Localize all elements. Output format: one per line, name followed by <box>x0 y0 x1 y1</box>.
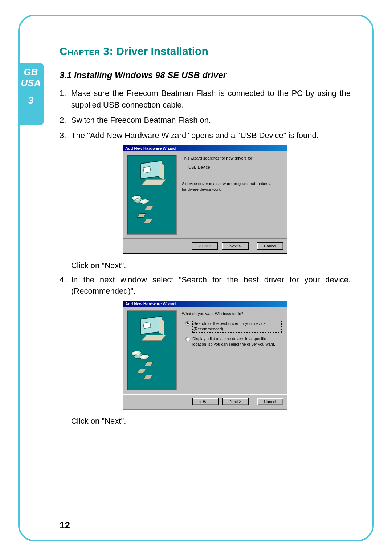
cd-icon <box>139 354 150 359</box>
next-button[interactable]: Next > <box>222 398 249 405</box>
side-tab: GB USA 3 <box>18 63 44 125</box>
dialog1-graphic <box>127 155 177 235</box>
side-lang-gb: GB <box>18 67 44 78</box>
dialog2-graphic <box>127 310 177 390</box>
radio-label-1: Search for the best driver for your devi… <box>192 321 282 333</box>
dialog1-title: Add New Hardware Wizard <box>123 145 287 151</box>
dialog1-buttons: < Back Next > Cancel <box>123 238 287 253</box>
chip-icon <box>144 362 154 366</box>
dialog2-buttons: < Back Next > Cancel <box>123 394 287 409</box>
radio-icon <box>185 337 190 341</box>
chapter-rest: Driver Installation <box>113 45 208 57</box>
step-3-sub: Click on "Next". <box>71 261 351 270</box>
step-2: 2.Switch the Freecom Beatman Flash on. <box>60 114 351 126</box>
dialog2-text: What do you want Windows to do? Search f… <box>180 310 283 390</box>
step-4: 4.In the next window select "Search for … <box>60 274 351 297</box>
side-lang-usa: USA <box>18 78 44 89</box>
dialog2-body: What do you want Windows to do? Search f… <box>123 307 287 394</box>
chip-icon <box>137 369 146 373</box>
radio-option-1[interactable]: Search for the best driver for your devi… <box>185 321 282 333</box>
dialog2-title: Add New Hardware Wizard <box>123 301 287 307</box>
back-button[interactable]: < Back <box>192 398 219 405</box>
section-title: 3.1 Installing Windows 98 SE USB driver <box>60 70 351 80</box>
radio-icon <box>185 321 190 326</box>
chip-icon <box>144 375 153 379</box>
chip-icon <box>144 219 153 223</box>
tag-icon <box>143 322 151 329</box>
radio-option-2[interactable]: Display a list of all the drivers in a s… <box>185 336 282 347</box>
content-area: Chapter 3: Driver Installation 3.1 Insta… <box>60 45 351 430</box>
next-button[interactable]: Next > <box>222 242 249 250</box>
chapter-prefix: Chapter 3: <box>60 45 113 57</box>
tag-icon <box>143 166 151 173</box>
back-button[interactable]: < Back <box>192 242 218 250</box>
dialog1-body: This wizard searches for new drivers for… <box>123 151 287 238</box>
step-1: 1.Make sure the Freecom Beatman Flash is… <box>60 88 351 111</box>
chapter-title: Chapter 3: Driver Installation <box>60 45 351 57</box>
side-divider <box>24 92 38 92</box>
cancel-button[interactable]: Cancel <box>257 242 283 250</box>
steps-list-2: 4.In the next window select "Search for … <box>60 274 351 297</box>
page-number: 12 <box>60 520 70 531</box>
wizard-dialog-2: Add New Hardware Wizard What do you want… <box>123 301 287 409</box>
step-4-sub: Click on "Next". <box>71 416 351 426</box>
steps-list: 1.Make sure the Freecom Beatman Flash is… <box>60 88 351 141</box>
wizard-dialog-1: Add New Hardware Wizard This wizard sear… <box>123 145 287 254</box>
chip-icon <box>137 213 146 218</box>
page-frame: GB USA 3 Chapter 3: Driver Installation … <box>18 15 374 541</box>
radio-label-2: Display a list of all the drivers in a s… <box>192 336 282 347</box>
side-chapter-num: 3 <box>18 95 44 106</box>
dialog1-text: This wizard searches for new drivers for… <box>180 155 283 235</box>
cancel-button[interactable]: Cancel <box>257 398 283 405</box>
chip-icon <box>144 206 154 210</box>
step-3: 3.The "Add New Hardware Wizard" opens an… <box>60 130 351 141</box>
